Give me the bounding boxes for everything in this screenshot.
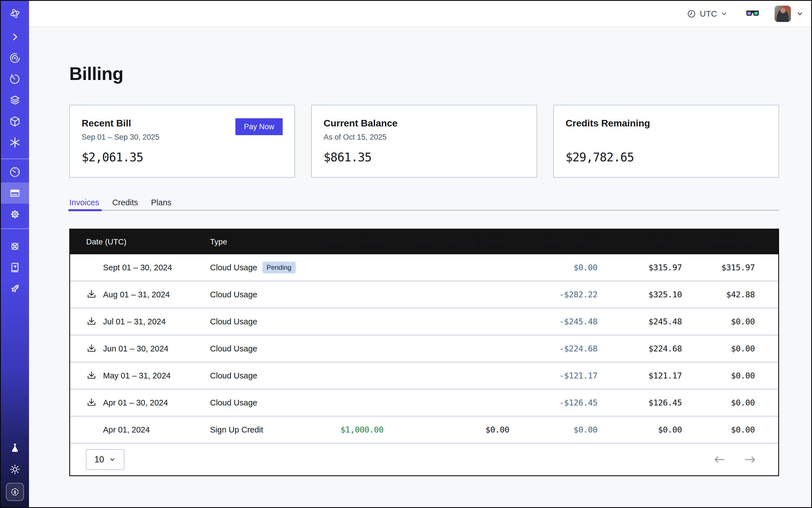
helm-icon <box>9 241 21 252</box>
sidebar-item-cube[interactable] <box>1 111 29 132</box>
type-cell: Cloud Usage <box>210 317 309 326</box>
table-row: Apr 01 – 30, 2024 Cloud Usage -$126.45 $… <box>70 389 778 417</box>
invoice-type: Cloud Usage <box>210 398 257 408</box>
date-cell: May 01 – 31, 2024 <box>86 370 210 381</box>
recent-bill-amount: $2,061.35 <box>82 151 143 164</box>
tab-invoices[interactable]: Invoices <box>69 198 99 210</box>
table-header: Date (UTC) Type Credit Granted Credit Pu… <box>70 229 778 254</box>
credit-usage-value: -$224.68 <box>509 344 597 353</box>
balance-due-value: $0.00 <box>682 371 755 380</box>
col-balance-due: Balance Due <box>682 237 755 247</box>
page-title: Billing <box>69 64 779 84</box>
sidebar-item-billing[interactable] <box>1 182 29 204</box>
next-page-button[interactable] <box>744 455 757 464</box>
type-cell: Cloud Usage <box>210 344 309 353</box>
tab-plans[interactable]: Plans <box>151 198 171 210</box>
logo-icon <box>9 8 21 19</box>
sidebar-item-theme[interactable] <box>1 459 29 480</box>
invoice-date: Jul 01 – 31, 2024 <box>103 317 166 326</box>
chevron-down-icon <box>796 10 804 18</box>
sidebar-item-asterisk[interactable] <box>1 132 29 153</box>
type-cell: Sign Up Credit <box>210 425 309 434</box>
invoice-date: Jun 01 – 30, 2024 <box>103 344 168 353</box>
sidebar-item-helm[interactable] <box>1 236 29 257</box>
tab-credits[interactable]: Credits <box>112 198 138 210</box>
download-invoice-button[interactable] <box>86 397 97 408</box>
pay-now-button[interactable]: Pay Now <box>236 118 283 135</box>
sidebar-item-usage[interactable] <box>1 161 29 182</box>
invoice-date: Apr 01, 2024 <box>103 425 150 434</box>
credit-purchase-value: $0.00 <box>383 425 509 434</box>
credit-usage-value: $0.00 <box>509 263 597 272</box>
reader-mode-button[interactable] <box>746 9 759 18</box>
glasses-icon <box>746 9 759 18</box>
timezone-selector[interactable]: UTC <box>687 9 728 18</box>
dollar-badge-icon: $ <box>9 486 20 498</box>
download-icon <box>86 289 97 300</box>
balance-due-value: $0.00 <box>682 425 755 434</box>
credit-usage-value: $0.00 <box>509 425 597 434</box>
invoice-type: Cloud Usage <box>210 371 257 380</box>
svg-text:$: $ <box>13 490 16 495</box>
invoice-type: Cloud Usage <box>210 317 257 326</box>
subtotal-value: $121.17 <box>597 371 682 380</box>
table-row: Apr 01, 2024 Sign Up Credit $1,000.00 $0… <box>70 417 778 443</box>
sidebar-divider <box>1 228 29 229</box>
recent-bill-card: Recent Bill Sep 01 – Sep 30, 2025 $2,061… <box>69 105 295 178</box>
sidebar-item-history[interactable] <box>1 69 29 90</box>
download-icon <box>86 343 97 354</box>
balance-due-value: $315.97 <box>682 263 755 272</box>
sidebar-item-rocket[interactable] <box>1 278 29 299</box>
account-menu-button[interactable] <box>796 10 804 18</box>
pagination-arrows <box>713 455 757 464</box>
credit-usage-value: -$245.48 <box>509 317 597 326</box>
sidebar-item-collapse[interactable] <box>1 26 29 47</box>
sidebar-item-docs[interactable] <box>1 257 29 278</box>
table-row: Jul 01 – 31, 2024 Cloud Usage -$245.48 $… <box>70 308 778 335</box>
type-cell: Cloud Usage <box>210 371 309 380</box>
gauge-icon <box>9 166 21 178</box>
summary-cards: Recent Bill Sep 01 – Sep 30, 2025 $2,061… <box>69 105 779 178</box>
docs-book-icon <box>9 262 21 273</box>
flask-icon <box>9 442 21 454</box>
sidebar-item-disc[interactable] <box>1 47 29 69</box>
download-icon <box>86 370 97 381</box>
table-row: May 01 – 31, 2024 Cloud Usage -$121.17 $… <box>70 363 778 389</box>
timezone-label: UTC <box>700 9 717 18</box>
invoice-date: Sept 01 – 30, 2024 <box>103 263 172 272</box>
sidebar-item-labs[interactable] <box>1 437 29 459</box>
download-icon <box>86 397 97 408</box>
credit-granted-value: $1,000.00 <box>309 425 383 434</box>
avatar[interactable] <box>775 6 791 22</box>
sidebar-credits-button[interactable]: $ <box>6 483 24 501</box>
main-area: UTC Billing Recent Bill <box>29 1 811 507</box>
date-cell: Apr 01, 2024 <box>86 425 210 434</box>
asterisk-icon <box>9 136 21 149</box>
subtotal-value: $325.10 <box>597 290 682 299</box>
invoice-type: Cloud Usage <box>210 344 257 353</box>
sidebar-item-logo[interactable] <box>1 1 29 26</box>
history-icon <box>9 73 21 85</box>
date-cell: Aug 01 – 31, 2024 <box>86 289 210 300</box>
cube-icon <box>9 116 21 127</box>
type-cell: Cloud Usage Pending <box>210 262 309 273</box>
page-size-select[interactable]: 10 <box>86 449 124 470</box>
download-invoice-button[interactable] <box>86 343 97 354</box>
date-cell: Sept 01 – 30, 2024 <box>86 263 210 272</box>
invoice-date: Aug 01 – 31, 2024 <box>103 290 170 299</box>
download-invoice-button[interactable] <box>86 289 97 300</box>
prev-page-button[interactable] <box>713 455 726 464</box>
download-invoice-button[interactable] <box>86 316 97 327</box>
invoice-type: Cloud Usage <box>210 263 257 272</box>
card-title: Current Balance <box>324 118 537 129</box>
table-row: Jun 01 – 30, 2024 Cloud Usage -$224.68 $… <box>70 335 778 363</box>
table-row: Aug 01 – 31, 2024 Cloud Usage -$282.22 $… <box>70 281 778 308</box>
download-invoice-button[interactable] <box>86 370 97 381</box>
date-cell: Apr 01 – 30, 2024 <box>86 397 210 408</box>
sidebar-item-layers[interactable] <box>1 90 29 111</box>
table-body: Sept 01 – 30, 2024 Cloud Usage Pending $… <box>70 254 778 443</box>
balance-due-value: $42.88 <box>682 290 755 299</box>
sidebar-item-settings[interactable] <box>1 204 29 225</box>
invoice-date: May 01 – 31, 2024 <box>103 371 171 380</box>
credit-usage-value: -$121.17 <box>509 371 597 380</box>
